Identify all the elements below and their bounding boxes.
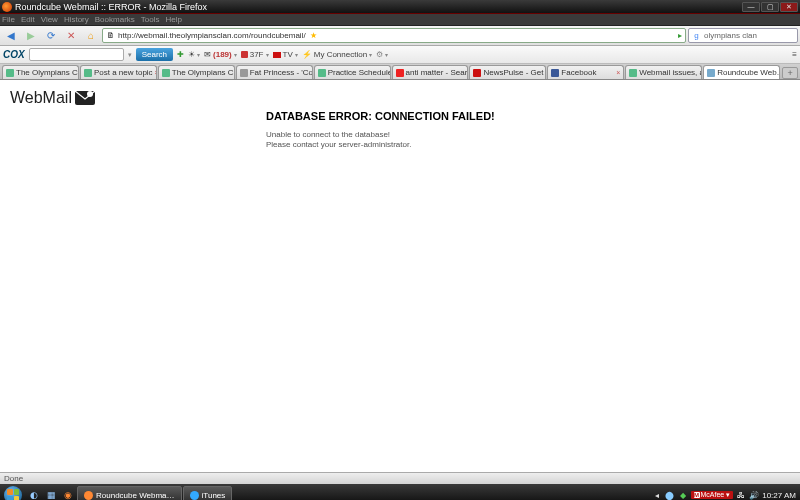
tab-label: Practice Schedule	[328, 68, 391, 77]
tab-label: The Olympians Cla…	[16, 68, 79, 77]
tab-close-icon[interactable]: ×	[616, 69, 620, 76]
status-bar: Done	[0, 472, 800, 484]
tab-label: Facebook	[561, 68, 596, 77]
error-block: DATABASE ERROR: CONNECTION FAILED! Unabl…	[266, 110, 516, 151]
envelope-icon	[75, 91, 95, 105]
menu-help[interactable]: Help	[165, 15, 181, 24]
tab-favicon	[551, 69, 559, 77]
forward-button[interactable]: ▶	[22, 28, 40, 44]
cox-tv[interactable]: TV	[273, 50, 298, 59]
quicklaunch-1[interactable]: ◐	[26, 487, 42, 500]
cox-mail[interactable]: ✉(189)	[204, 50, 237, 59]
tab-strip: The Olympians Cla…×Post a new topic×The …	[0, 64, 800, 80]
new-tab-button[interactable]: +	[782, 67, 798, 79]
tab-5[interactable]: anti matter - Searc…×	[392, 65, 469, 79]
minimize-button[interactable]: —	[742, 2, 760, 12]
tray-network-icon[interactable]: 🖧	[736, 490, 746, 500]
cox-logo: COX	[3, 49, 25, 60]
tab-3[interactable]: Fat Princess - 'Con…×	[236, 65, 313, 79]
url-bar[interactable]: 🗎 http://webmail.theolympiansclan.com/ro…	[102, 28, 686, 43]
system-tray: ◂ ⬤ ◆ MMcAfee ▾ 🖧 🔊 10:27 AM	[652, 490, 800, 500]
window-title: Roundcube Webmail :: ERROR - Mozilla Fir…	[15, 2, 741, 12]
menu-tools[interactable]: Tools	[141, 15, 160, 24]
tab-favicon	[240, 69, 248, 77]
tab-favicon	[396, 69, 404, 77]
tray-shield-icon[interactable]: ◆	[678, 490, 688, 500]
tab-8[interactable]: Webmail issues, ag…×	[625, 65, 702, 79]
taskbar: ◐ ▦ ◉ Roundcube Webma… iTunes ◂ ⬤ ◆ MMcA…	[0, 484, 800, 500]
tab-1[interactable]: Post a new topic×	[80, 65, 157, 79]
window-titlebar: Roundcube Webmail :: ERROR - Mozilla Fir…	[0, 0, 800, 14]
close-button[interactable]: ✕	[780, 2, 798, 12]
tab-favicon	[629, 69, 637, 77]
tab-9[interactable]: Roundcube Web… ×	[703, 65, 780, 79]
task-roundcube[interactable]: Roundcube Webma…	[77, 486, 182, 500]
tab-label: The Olympians Clan	[172, 68, 235, 77]
webmail-logo: WebMail	[10, 89, 95, 107]
tab-2[interactable]: The Olympians Clan×	[158, 65, 235, 79]
tab-favicon	[707, 69, 715, 77]
quicklaunch-ff[interactable]: ◉	[60, 487, 76, 500]
tab-label: Post a new topic	[94, 68, 153, 77]
firefox-icon	[2, 2, 12, 12]
tab-label: Webmail issues, ag…	[639, 68, 702, 77]
status-text: Done	[4, 474, 23, 483]
cox-more[interactable]: ≡	[792, 50, 797, 59]
tab-6[interactable]: NewsPulse - Get th…×	[469, 65, 546, 79]
svg-point-1	[87, 91, 93, 97]
quicklaunch-2[interactable]: ▦	[43, 487, 59, 500]
tab-favicon	[162, 69, 170, 77]
menu-view[interactable]: View	[41, 15, 58, 24]
home-button[interactable]: ⌂	[82, 28, 100, 44]
url-text: http://webmail.theolympiansclan.com/roun…	[118, 31, 306, 40]
task-itunes[interactable]: iTunes	[183, 486, 233, 500]
tab-4[interactable]: Practice Schedule×	[314, 65, 391, 79]
back-button[interactable]: ◀	[2, 28, 20, 44]
search-box[interactable]: g olympians clan	[688, 28, 798, 43]
reload-button[interactable]: ⟳	[42, 28, 60, 44]
menu-file[interactable]: File	[2, 15, 15, 24]
tab-label: NewsPulse - Get th…	[483, 68, 546, 77]
clock[interactable]: 10:27 AM	[762, 491, 796, 500]
page-favicon: 🗎	[106, 31, 115, 40]
cox-settings[interactable]: ⚙	[376, 50, 388, 59]
tab-label: anti matter - Searc…	[406, 68, 469, 77]
cox-weather[interactable]: ☀	[188, 50, 200, 59]
stop-button[interactable]: ✕	[62, 28, 80, 44]
google-icon: g	[692, 31, 701, 40]
cox-toolbar: COX ▾ Search ✚ ☀ ✉(189) 37F TV ⚡My Conne…	[0, 46, 800, 64]
tab-favicon	[84, 69, 92, 77]
start-button[interactable]	[1, 484, 25, 500]
tab-favicon	[318, 69, 326, 77]
maximize-button[interactable]: ▢	[761, 2, 779, 12]
tab-favicon	[473, 69, 481, 77]
page-content: WebMail DATABASE ERROR: CONNECTION FAILE…	[0, 80, 800, 472]
menu-edit[interactable]: Edit	[21, 15, 35, 24]
star-icon[interactable]: ★	[309, 31, 318, 40]
error-heading: DATABASE ERROR: CONNECTION FAILED!	[266, 110, 516, 124]
go-button[interactable]: ▸	[678, 31, 682, 40]
tab-0[interactable]: The Olympians Cla…×	[2, 65, 79, 79]
menu-bookmarks[interactable]: Bookmarks	[95, 15, 135, 24]
tray-volume-icon[interactable]: 🔊	[749, 490, 759, 500]
navigation-toolbar: ◀ ▶ ⟳ ✕ ⌂ 🗎 http://webmail.theolympiansc…	[0, 26, 800, 46]
cox-add-button[interactable]: ✚	[177, 50, 184, 59]
tab-7[interactable]: Facebook×	[547, 65, 624, 79]
tray-expand-icon[interactable]: ◂	[652, 490, 662, 500]
tab-label: Roundcube Web…	[717, 68, 780, 77]
cox-temp[interactable]: 37F	[241, 50, 269, 59]
menu-bar: File Edit View History Bookmarks Tools H…	[0, 14, 800, 26]
cox-search-button[interactable]: Search	[136, 48, 173, 61]
cox-connection[interactable]: ⚡My Connection	[302, 50, 372, 59]
tab-label: Fat Princess - 'Con…	[250, 68, 313, 77]
search-text: olympians clan	[704, 31, 757, 40]
mcafee-badge[interactable]: MMcAfee ▾	[691, 491, 734, 499]
tab-close-icon[interactable]: ×	[155, 69, 157, 76]
cox-search-input[interactable]	[29, 48, 124, 61]
error-message: Unable to connect to the database! Pleas…	[266, 130, 516, 151]
tray-action-icon[interactable]: ⬤	[665, 490, 675, 500]
menu-history[interactable]: History	[64, 15, 89, 24]
tab-favicon	[6, 69, 14, 77]
